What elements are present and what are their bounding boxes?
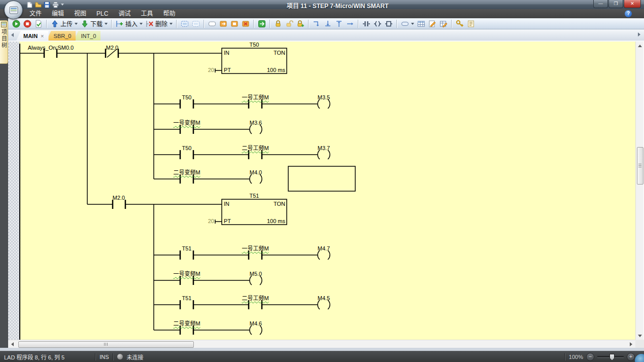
output-coil[interactable] xyxy=(318,300,330,309)
ladder-editor-canvas[interactable]: Always_On:SM0.0 M2.0 T50 IN TON PT 100 m… xyxy=(19,42,635,340)
dropdown-caret-icon[interactable] xyxy=(75,23,78,25)
bookmark-next-button[interactable] xyxy=(218,19,228,29)
contact-no[interactable] xyxy=(249,300,262,309)
output-coil[interactable] xyxy=(318,99,330,108)
coil-label[interactable]: M4.0 xyxy=(250,169,262,175)
insert-coil-button[interactable] xyxy=(372,19,383,29)
close-button[interactable]: ✕ xyxy=(624,0,641,8)
contact-no[interactable] xyxy=(180,276,193,285)
dropdown-caret-icon[interactable] xyxy=(170,23,173,25)
download-button[interactable]: 下载 xyxy=(80,19,109,29)
scroll-down-button[interactable] xyxy=(636,332,644,340)
contact-no[interactable] xyxy=(249,99,262,108)
goto-button[interactable] xyxy=(257,19,267,29)
tab-int0[interactable]: INT_0 xyxy=(74,31,100,41)
contact-label[interactable]: T50 xyxy=(182,94,192,100)
run-button[interactable] xyxy=(11,19,21,29)
contact-label[interactable]: 一号工频M xyxy=(242,245,268,251)
symbol-table-button[interactable] xyxy=(416,19,426,29)
properties-button[interactable] xyxy=(466,19,476,29)
line-right-button[interactable] xyxy=(345,19,355,29)
insert-box-button[interactable] xyxy=(384,19,394,29)
timer-name[interactable]: T51 xyxy=(250,193,259,199)
tab-main[interactable]: MAIN × xyxy=(16,31,49,41)
project-tree-tab[interactable]: 项目树 xyxy=(0,20,8,64)
timer-pt-value[interactable]: 20 xyxy=(208,67,214,73)
key-button[interactable] xyxy=(455,19,465,29)
contact-no[interactable] xyxy=(180,125,193,134)
contact-no[interactable] xyxy=(180,99,193,108)
contact-label[interactable]: T51 xyxy=(182,245,192,251)
contact-no[interactable] xyxy=(249,250,262,260)
contact-no[interactable] xyxy=(180,325,193,335)
scroll-up-button[interactable] xyxy=(636,42,644,50)
new-file-icon[interactable] xyxy=(26,2,33,8)
qat-dropdown-icon[interactable] xyxy=(61,4,64,6)
network-margin[interactable] xyxy=(8,42,19,340)
edit-table-button[interactable] xyxy=(438,19,449,29)
dropdown-caret-icon[interactable] xyxy=(140,23,143,25)
output-coil[interactable] xyxy=(250,174,262,184)
contact-label[interactable]: Always_On:SM0.0 xyxy=(28,45,74,51)
coil-label[interactable]: M3.5 xyxy=(318,94,330,100)
save-icon[interactable] xyxy=(44,2,50,8)
bookmark-button[interactable] xyxy=(229,19,240,29)
menu-plc[interactable]: PLC xyxy=(91,9,113,18)
open-folder-icon[interactable] xyxy=(35,2,42,8)
contact-label[interactable]: 二号工频M xyxy=(242,295,268,301)
contact-label[interactable]: T50 xyxy=(182,145,192,151)
zoom-slider[interactable] xyxy=(597,356,624,358)
contact-no[interactable] xyxy=(249,150,262,159)
coil-label[interactable]: M4.7 xyxy=(318,245,330,251)
dropdown-caret-icon[interactable] xyxy=(411,23,414,25)
help-icon[interactable]: ? xyxy=(625,10,632,17)
minimize-button[interactable]: — xyxy=(593,0,608,8)
menu-edit[interactable]: 编辑 xyxy=(47,9,69,18)
vertical-scrollbar[interactable] xyxy=(635,42,643,340)
vertical-scrollbar-thumb[interactable] xyxy=(637,147,643,185)
tab-sbr0[interactable]: SBR_0 xyxy=(47,31,76,41)
scroll-left-button[interactable] xyxy=(8,340,16,348)
restore-button[interactable]: ❐ xyxy=(608,0,623,8)
branch-down-button[interactable] xyxy=(312,19,322,29)
contact-no[interactable] xyxy=(180,250,193,260)
address-display-button[interactable] xyxy=(400,19,415,29)
network-button[interactable] xyxy=(180,19,190,29)
upload-button[interactable]: 上传 xyxy=(50,19,79,29)
menu-file[interactable]: 文件 xyxy=(24,9,47,18)
menu-view[interactable]: 视图 xyxy=(69,9,91,18)
network-copy-button[interactable] xyxy=(191,19,201,29)
contact-no[interactable] xyxy=(180,150,193,159)
tab-scroll-left[interactable] xyxy=(8,31,16,39)
output-coil[interactable] xyxy=(318,150,330,159)
unlock-button[interactable] xyxy=(284,19,294,29)
horizontal-scrollbar-thumb[interactable] xyxy=(18,341,194,348)
coil-label[interactable]: M3.7 xyxy=(318,145,330,151)
contact-label[interactable]: 一号变频M xyxy=(173,120,200,126)
menu-help[interactable]: 帮助 xyxy=(158,9,180,18)
contact-label[interactable]: 二号变频M xyxy=(173,169,200,175)
insert-contact-button[interactable] xyxy=(361,19,371,29)
print-icon[interactable] xyxy=(52,2,59,8)
horizontal-scrollbar[interactable] xyxy=(8,340,635,348)
app-menu-button[interactable] xyxy=(4,1,23,19)
zoom-slider-thumb[interactable] xyxy=(609,354,615,360)
contact-label[interactable]: 一号变频M xyxy=(173,271,200,277)
stop-button[interactable] xyxy=(22,19,32,29)
contact-no[interactable] xyxy=(113,200,125,209)
coil-label[interactable]: M3.6 xyxy=(250,120,262,126)
contact-label[interactable]: 二号变频M xyxy=(173,320,200,327)
scroll-right-button[interactable] xyxy=(627,340,635,348)
line-up-button[interactable] xyxy=(334,19,344,29)
contact-label[interactable]: T51 xyxy=(182,295,192,301)
dropdown-caret-icon[interactable] xyxy=(105,23,108,25)
tab-close-icon[interactable]: × xyxy=(41,33,44,39)
lock-add-button[interactable] xyxy=(295,19,306,29)
empty-box[interactable] xyxy=(288,166,355,191)
compile-button[interactable] xyxy=(33,19,44,29)
timer-name[interactable]: T50 xyxy=(250,42,259,48)
output-coil[interactable] xyxy=(318,250,330,260)
menu-debug[interactable]: 调试 xyxy=(113,9,135,18)
output-coil[interactable] xyxy=(250,276,262,285)
zoom-out-button[interactable]: − xyxy=(586,353,594,361)
